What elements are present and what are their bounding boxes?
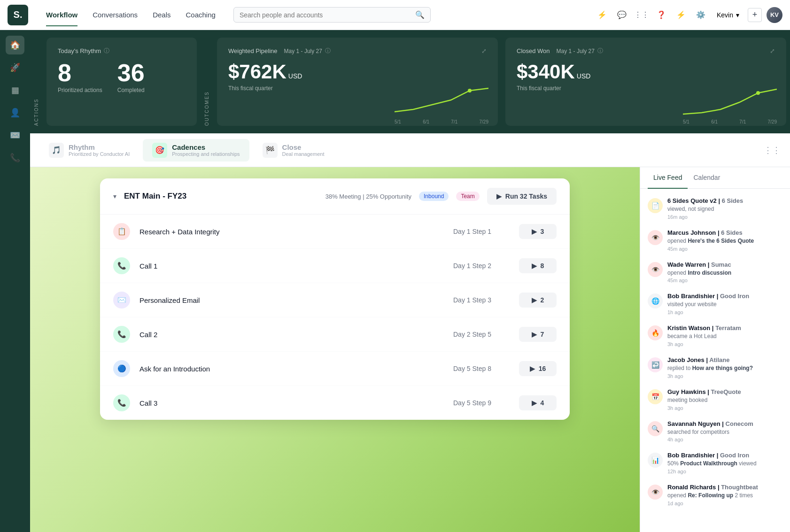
- feed-name-7: Guy Hawkins | TreeQuote: [667, 388, 782, 395]
- feed-action-8: searched for competitors: [667, 428, 782, 436]
- nav-deals[interactable]: Deals: [146, 7, 177, 23]
- feed-item-10[interactable]: 👁️ Ronald Richards | Thoughtbeat opened …: [640, 479, 790, 511]
- avatar[interactable]: KV: [767, 7, 782, 23]
- metrics-bar: ACTIONS Today's Rhythm ⓘ 8 Prioritized a…: [30, 30, 790, 133]
- search-bar[interactable]: 🔍: [233, 7, 431, 23]
- cadence-step-4: 📞 Call 2 Day 2 Step 5 ▶ 7: [100, 317, 570, 352]
- tab-live-feed[interactable]: Live Feed: [648, 167, 688, 189]
- completed-label: Completed: [117, 87, 145, 93]
- feed-avatar-6: ↩️: [648, 357, 663, 372]
- info-icon-2: ⓘ: [325, 47, 331, 55]
- step-run-5[interactable]: ▶ 16: [519, 361, 557, 376]
- step-name-2: Call 1: [139, 262, 444, 270]
- search-input[interactable]: [240, 11, 415, 19]
- cadence-step-5: 🔵 Ask for an Introduction Day 5 Step 8 ▶…: [100, 352, 570, 386]
- today-rhythm-numbers: 8 Prioritized actions 36 Completed: [58, 61, 186, 93]
- weighted-pipeline-title: Weighted Pipeline May 1 - July 27 ⓘ ⤢: [228, 47, 487, 55]
- tab-cadences[interactable]: 🎯 Cadences Prospecting and relationships: [143, 139, 249, 162]
- step-run-6[interactable]: ▶ 4: [519, 395, 557, 410]
- sidebar-rocket-icon[interactable]: 🚀: [6, 58, 24, 77]
- sidebar-home-icon[interactable]: 🏠: [6, 36, 24, 54]
- feed-item-9[interactable]: 📊 Bob Brandishier | Good Iron 50% Produc…: [640, 447, 790, 479]
- feed-content-6: Jacob Jones | Atilane replied to How are…: [667, 356, 782, 379]
- plus-button[interactable]: +: [748, 8, 762, 22]
- nav-workflow[interactable]: Workflow: [39, 7, 84, 23]
- feed-item-6[interactable]: ↩️ Jacob Jones | Atilane replied to How …: [640, 352, 790, 384]
- play-icon-3: ▶: [532, 296, 537, 304]
- step-name-4: Call 2: [139, 331, 444, 339]
- chat-icon[interactable]: 💬: [614, 8, 629, 23]
- main-layout: 🏠 🚀 ▦ 👤 ✉️ 📞 ACTIONS Today's Rhythm ⓘ 8 …: [0, 30, 790, 532]
- grid-icon[interactable]: ⋮⋮: [634, 8, 649, 23]
- step-day-6: Day 5 Step 9: [453, 399, 510, 407]
- feed-action-1: viewed, not signed: [667, 205, 782, 213]
- feed-item-2[interactable]: 👁️ Marcus Johnson | 6 Sides opened Here'…: [640, 224, 790, 256]
- step-run-3[interactable]: ▶ 2: [519, 293, 557, 308]
- sidebar-phone-icon[interactable]: 📞: [6, 148, 24, 167]
- bolt-icon[interactable]: ⚡: [674, 8, 689, 23]
- step-day-3: Day 1 Step 3: [453, 296, 510, 304]
- close-tab-sublabel: Deal management: [282, 151, 325, 157]
- feed-name-8: Savannah Nguyen | Conecom: [667, 420, 782, 427]
- tab-grid-icon[interactable]: ⋮⋮: [764, 145, 781, 155]
- content-area: ACTIONS Today's Rhythm ⓘ 8 Prioritized a…: [30, 30, 790, 532]
- today-rhythm-card: Today's Rhythm ⓘ 8 Prioritized actions 3…: [46, 38, 197, 126]
- feed-time-1: 16m ago: [667, 214, 782, 220]
- play-icon-5: ▶: [530, 365, 535, 372]
- tab-calendar[interactable]: Calendar: [688, 167, 726, 189]
- feed-item-5[interactable]: 🔥 Kristin Watson | Terratam became a Hot…: [640, 320, 790, 352]
- lightning-icon[interactable]: ⚡: [595, 8, 610, 23]
- closed-won-chart: 5/16/17/17/29: [683, 84, 777, 116]
- feed-item-4[interactable]: 🌐 Bob Brandishier | Good Iron visited yo…: [640, 288, 790, 320]
- step-icon-call3: 📞: [113, 394, 130, 411]
- step-run-2[interactable]: ▶ 8: [519, 258, 557, 273]
- feed-name-1: 6 Sides Quote v2 | 6 Sides: [667, 197, 782, 204]
- nav-coaching[interactable]: Coaching: [179, 7, 222, 23]
- feed-avatar-2: 👁️: [648, 230, 663, 245]
- run-tasks-button[interactable]: ▶ Run 32 Tasks: [487, 188, 557, 205]
- cadences-tab-sublabel: Prospecting and relationships: [172, 151, 240, 157]
- top-navigation: S. Workflow Conversations Deals Coaching…: [0, 0, 790, 30]
- sidebar-grid-icon[interactable]: ▦: [6, 81, 24, 100]
- step-icon-research: 📋: [113, 223, 130, 240]
- user-menu[interactable]: Kevin ▾: [713, 9, 743, 21]
- feed-item-7[interactable]: 📅 Guy Hawkins | TreeQuote meeting booked…: [640, 384, 790, 416]
- feed-item-8[interactable]: 🔍 Savannah Nguyen | Conecom searched for…: [640, 416, 790, 447]
- help-icon[interactable]: ❓: [654, 8, 669, 23]
- app-logo: S.: [8, 5, 28, 25]
- tab-close[interactable]: 🏁 Close Deal management: [253, 139, 334, 162]
- closed-won-title: Closed Won May 1 - July 27 ⓘ ⤢: [517, 47, 775, 55]
- feed-content-2: Marcus Johnson | 6 Sides opened Here's t…: [667, 229, 782, 252]
- search-icon: 🔍: [415, 10, 425, 19]
- collapse-icon[interactable]: ▾: [113, 193, 116, 200]
- panel-split: ▾ ENT Main - FY23 38% Meeting | 25% Oppo…: [30, 167, 790, 532]
- feed-item-1[interactable]: 📄 6 Sides Quote v2 | 6 Sides viewed, not…: [640, 193, 790, 224]
- step-name-1: Research + Data Integrity: [139, 228, 444, 236]
- rhythm-tab-icon: 🎵: [49, 143, 64, 158]
- feed-avatar-5: 🔥: [648, 325, 663, 340]
- weighted-pipeline-date: May 1 - July 27: [284, 48, 322, 54]
- feed-item-3[interactable]: 👁️ Wade Warren | Sumac opened Intro disc…: [640, 256, 790, 288]
- chart-toggle-icon-2[interactable]: ⤢: [770, 47, 775, 54]
- closed-won-amount: $340K USD: [517, 61, 775, 83]
- feed-avatar-9: 📊: [648, 453, 663, 468]
- badge-inbound: Inbound: [419, 192, 449, 201]
- step-day-1: Day 1 Step 1: [453, 228, 510, 235]
- chart-toggle-icon[interactable]: ⤢: [481, 47, 487, 54]
- step-run-1[interactable]: ▶ 3: [519, 224, 557, 239]
- feed-panel: Live Feed Calendar 📄 6 Sides Quote v2 | …: [640, 167, 790, 532]
- step-icon-intro: 🔵: [113, 360, 130, 377]
- play-icon-4: ▶: [532, 331, 537, 338]
- prioritized-label: Prioritized actions: [58, 87, 102, 93]
- step-run-4[interactable]: ▶ 7: [519, 327, 557, 342]
- actions-label: ACTIONS: [30, 30, 43, 133]
- nav-conversations[interactable]: Conversations: [86, 7, 144, 23]
- sidebar-mail-icon[interactable]: ✉️: [6, 126, 24, 145]
- username: Kevin: [717, 11, 733, 19]
- cadence-step-3: ✉️ Personalized Email Day 1 Step 3 ▶ 2: [100, 283, 570, 317]
- sidebar-person-icon[interactable]: 👤: [6, 103, 24, 122]
- svg-point-0: [468, 89, 472, 93]
- settings-icon[interactable]: ⚙️: [693, 8, 708, 23]
- cadence-step-6: 📞 Call 3 Day 5 Step 9 ▶ 4: [100, 386, 570, 420]
- tab-rhythm[interactable]: 🎵 Rhythm Prioritized by Conductor AI: [39, 139, 139, 162]
